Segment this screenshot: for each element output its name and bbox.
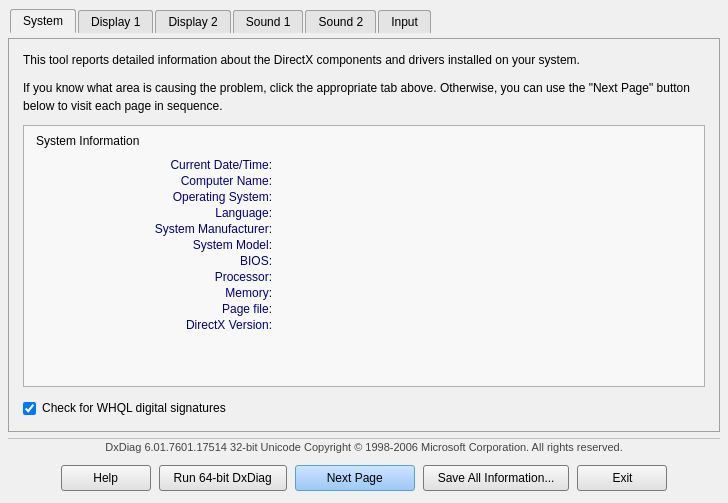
save-all-button[interactable]: Save All Information... — [423, 465, 570, 491]
value-directx — [276, 318, 672, 332]
label-pagefile: Page file: — [56, 302, 276, 316]
intro-line2: If you know what area is causing the pro… — [23, 79, 705, 115]
value-manufacturer — [276, 222, 672, 236]
label-language: Language: — [56, 206, 276, 220]
main-window: System Display 1 Display 2 Sound 1 Sound… — [0, 0, 728, 503]
exit-button[interactable]: Exit — [577, 465, 667, 491]
label-memory: Memory: — [56, 286, 276, 300]
content-panel: This tool reports detailed information a… — [8, 38, 720, 432]
whql-checkbox-row: Check for WHQL digital signatures — [23, 397, 705, 419]
label-os: Operating System: — [56, 190, 276, 204]
value-language — [276, 206, 672, 220]
tab-sound2[interactable]: Sound 2 — [305, 10, 376, 33]
button-bar: Help Run 64-bit DxDiag Next Page Save Al… — [8, 461, 720, 495]
label-directx: DirectX Version: — [56, 318, 276, 332]
value-date — [276, 158, 672, 172]
run-dxdiag-button[interactable]: Run 64-bit DxDiag — [159, 465, 287, 491]
label-processor: Processor: — [56, 270, 276, 284]
tab-display2[interactable]: Display 2 — [155, 10, 230, 33]
help-button[interactable]: Help — [61, 465, 151, 491]
tab-sound1[interactable]: Sound 1 — [233, 10, 304, 33]
intro-line1: This tool reports detailed information a… — [23, 51, 705, 69]
value-pagefile — [276, 302, 672, 316]
value-memory — [276, 286, 672, 300]
value-os — [276, 190, 672, 204]
label-computer: Computer Name: — [56, 174, 276, 188]
value-processor — [276, 270, 672, 284]
tab-input[interactable]: Input — [378, 10, 431, 33]
whql-label: Check for WHQL digital signatures — [42, 401, 226, 415]
label-manufacturer: System Manufacturer: — [56, 222, 276, 236]
info-grid: Current Date/Time: Computer Name: Operat… — [36, 158, 692, 332]
system-info-title: System Information — [36, 134, 692, 148]
tab-bar: System Display 1 Display 2 Sound 1 Sound… — [8, 8, 720, 32]
copyright-bar: DxDiag 6.01.7601.17514 32-bit Unicode Co… — [8, 438, 720, 455]
tab-system[interactable]: System — [10, 9, 76, 33]
value-bios — [276, 254, 672, 268]
value-model — [276, 238, 672, 252]
next-page-button[interactable]: Next Page — [295, 465, 415, 491]
label-bios: BIOS: — [56, 254, 276, 268]
label-date: Current Date/Time: — [56, 158, 276, 172]
system-info-box: System Information Current Date/Time: Co… — [23, 125, 705, 387]
value-computer — [276, 174, 672, 188]
tab-display1[interactable]: Display 1 — [78, 10, 153, 33]
whql-checkbox[interactable] — [23, 402, 36, 415]
label-model: System Model: — [56, 238, 276, 252]
